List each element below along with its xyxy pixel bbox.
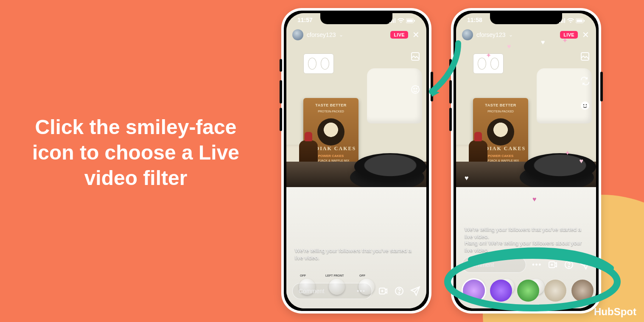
svg-point-16	[586, 104, 587, 106]
status-bar: 11:58	[456, 17, 596, 25]
gallery-icon[interactable]	[580, 51, 590, 62]
svg-point-9	[399, 293, 400, 294]
close-icon[interactable]: ✕	[412, 30, 420, 40]
phone-side-button	[600, 72, 603, 101]
cereal-top: TASTE BETTER	[473, 103, 528, 107]
wifi-icon	[567, 18, 574, 23]
question-icon[interactable]	[394, 286, 404, 296]
chevron-down-icon[interactable]: ⌄	[509, 32, 513, 38]
phone-screen: TASTE BETTER PROTEIN-PACKED KODIAK CAKES…	[456, 13, 596, 308]
filter-thumb[interactable]	[517, 280, 539, 302]
chevron-down-icon[interactable]: ⌄	[339, 32, 343, 38]
svg-rect-1	[407, 20, 413, 22]
battery-icon	[576, 18, 585, 23]
scene-pan	[354, 153, 426, 180]
status-icons	[389, 17, 415, 25]
camera-feed: TASTE BETTER PROTEIN-PACKED KODIAK CAKES…	[286, 13, 426, 308]
svg-rect-12	[584, 20, 585, 22]
add-guest-icon[interactable]	[378, 286, 388, 296]
filter-thumb[interactable]	[571, 280, 594, 302]
comment-placeholder: Comment	[468, 261, 494, 268]
filter-heart-icon: ♥	[507, 43, 511, 50]
comment-input[interactable]: Comment •••	[292, 283, 372, 299]
svg-point-14	[581, 101, 589, 110]
phone-volume-down	[280, 108, 282, 131]
filter-carousel[interactable]	[456, 277, 596, 304]
phone-bezel: TASTE BETTER PROTEIN-PACKED KODIAK CAKES…	[454, 11, 599, 311]
phone-volume-down	[449, 108, 452, 131]
svg-point-15	[583, 104, 585, 106]
action-bar: Comment •••	[462, 257, 590, 273]
svg-point-19	[568, 266, 569, 267]
filter-sparkle-icon: ✦	[565, 149, 571, 155]
live-badge: LIVE	[390, 31, 408, 39]
signal-icon	[389, 18, 396, 23]
knob-label: OFF	[300, 274, 306, 277]
cereal-mid: PROTEIN-PACKED	[303, 110, 358, 113]
smiley-face-icon[interactable]	[410, 84, 420, 95]
svg-rect-11	[577, 20, 582, 22]
cereal-top: TASTE BETTER	[303, 103, 358, 107]
phone-screen: TASTE BETTER PROTEIN-PACKED KODIAK CAKES…	[286, 13, 426, 308]
signal-icon	[559, 18, 566, 23]
switch-camera-icon[interactable]	[580, 76, 590, 86]
scene-outlet	[303, 53, 334, 74]
filter-sparkle-icon: ✦	[486, 51, 492, 57]
filter-heart-icon: ♥	[532, 196, 537, 203]
action-bar: Comment •••	[292, 283, 420, 299]
phone-mute-switch	[280, 59, 282, 72]
filter-heart-icon: ♥	[465, 174, 469, 182]
live-top-bar: cforsey123 ⌄ LIVE ✕	[292, 28, 420, 41]
more-icon[interactable]: •••	[357, 288, 366, 294]
battery-icon	[406, 18, 415, 23]
phone-mockup-left: TASTE BETTER PROTEIN-PACKED KODIAK CAKES…	[281, 8, 431, 314]
comment-input[interactable]: Comment	[462, 257, 526, 273]
phone-bezel: TASTE BETTER PROTEIN-PACKED KODIAK CAKES…	[284, 11, 429, 311]
add-guest-icon[interactable]	[548, 260, 558, 270]
comment-placeholder: Comment	[299, 288, 325, 294]
cereal-bear	[317, 118, 344, 146]
username[interactable]: cforsey123	[307, 31, 336, 38]
filter-heart-icon: ♥	[580, 157, 584, 165]
knob-label: OFF	[359, 274, 365, 277]
knob-label: LEFT FRONT	[325, 274, 344, 277]
hubspot-logo: HubSpot	[594, 306, 636, 318]
phone-volume-up	[280, 80, 282, 104]
cereal-mid: PROTEIN-PACKED	[473, 110, 528, 113]
send-icon[interactable]	[410, 286, 420, 296]
send-icon[interactable]	[580, 260, 590, 270]
wifi-icon	[398, 18, 404, 23]
right-rail	[410, 51, 420, 95]
status-icons	[559, 17, 585, 25]
filter-thumb-selected[interactable]	[463, 280, 485, 302]
status-time: 11:57	[297, 17, 313, 25]
smiley-face-icon[interactable]	[580, 101, 590, 111]
filter-thumb[interactable]	[544, 280, 566, 302]
right-rail	[580, 51, 590, 111]
system-message: Hang on! We're telling your followers ab…	[465, 239, 588, 254]
system-message: We're telling your followers that you've…	[295, 247, 418, 262]
gallery-icon[interactable]	[410, 51, 420, 62]
system-message: We're telling your followers that you've…	[465, 226, 588, 241]
phone-mockup-right: TASTE BETTER PROTEIN-PACKED KODIAK CAKES…	[451, 8, 601, 314]
annotation-arrow	[428, 38, 462, 98]
more-icon[interactable]: •••	[532, 261, 542, 269]
status-bar: 11:57	[286, 17, 426, 25]
question-icon[interactable]	[564, 260, 574, 270]
scene-pan	[524, 153, 596, 180]
svg-point-6	[416, 88, 417, 89]
status-time: 11:58	[467, 17, 482, 25]
cereal-bear	[487, 118, 514, 146]
avatar[interactable]	[462, 29, 473, 40]
tutorial-slide: Click the smiley-face icon to choose a L…	[0, 0, 644, 322]
live-badge: LIVE	[560, 31, 578, 39]
svg-point-5	[414, 88, 414, 89]
username[interactable]: cforsey123	[476, 31, 505, 38]
close-icon[interactable]: ✕	[581, 30, 590, 40]
headline-text: Click the smiley-face icon to choose a L…	[17, 115, 255, 191]
filter-thumb[interactable]	[490, 280, 512, 302]
avatar[interactable]	[292, 29, 303, 40]
live-top-bar: cforsey123 ⌄ LIVE ✕	[462, 28, 590, 41]
svg-rect-2	[414, 20, 415, 22]
